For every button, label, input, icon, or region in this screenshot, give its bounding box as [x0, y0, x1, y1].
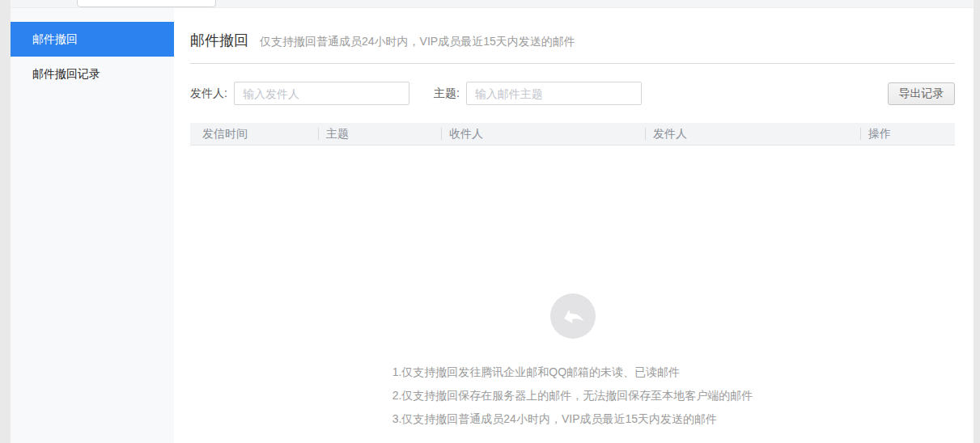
top-strip: [11, 0, 974, 8]
column-header-recipient: 收件人: [441, 123, 645, 145]
page-gutter-left: [0, 0, 11, 443]
export-records-button[interactable]: 导出记录: [888, 82, 955, 105]
sender-label: 发件人:: [190, 86, 227, 101]
note-line-2: 2.仅支持撤回保存在服务器上的邮件，无法撤回保存至本地客户端的邮件: [392, 384, 753, 407]
filter-row: 发件人: 主题: 导出记录: [190, 82, 955, 105]
page-gutter-right: [974, 0, 980, 443]
column-header-subject: 主题: [318, 123, 441, 145]
column-header-sender: 发件人: [645, 123, 860, 145]
header-row: 邮件撤回 仅支持撤回普通成员24小时内，VIP成员最近15天内发送的邮件: [190, 8, 955, 50]
sidebar: 邮件撤回 邮件撤回记录: [11, 8, 174, 443]
header-divider: [190, 63, 955, 64]
page-subtitle: 仅支持撤回普通成员24小时内，VIP成员最近15天内发送的邮件: [260, 35, 575, 49]
page-title: 邮件撤回: [190, 31, 248, 50]
subject-label: 主题:: [434, 86, 460, 101]
sidebar-item-mail-recall[interactable]: 邮件撤回: [11, 22, 174, 57]
note-line-3: 3.仅支持撤回普通成员24小时内，VIP成员最近15天内发送的邮件: [392, 407, 753, 431]
column-header-action: 操作: [860, 123, 955, 145]
column-header-send-time: 发信时间: [190, 123, 318, 145]
sender-input[interactable]: [234, 82, 409, 105]
recall-undo-arrow-icon: [558, 302, 588, 331]
sidebar-item-mail-recall-records[interactable]: 邮件撤回记录: [11, 57, 174, 91]
subject-input[interactable]: [466, 82, 642, 105]
note-line-1: 1.仅支持撤回发往腾讯企业邮和QQ邮箱的未读、已读邮件: [392, 361, 753, 384]
partial-top-button[interactable]: [77, 0, 216, 7]
table-header: 发信时间 主题 收件人 发件人 操作: [190, 123, 955, 146]
empty-state-notes: 1.仅支持撤回发往腾讯企业邮和QQ邮箱的未读、已读邮件 2.仅支持撤回保存在服务…: [392, 361, 753, 431]
empty-state-icon-circle: [550, 293, 596, 339]
main-content: 邮件撤回 仅支持撤回普通成员24小时内，VIP成员最近15天内发送的邮件 发件人…: [174, 8, 974, 443]
